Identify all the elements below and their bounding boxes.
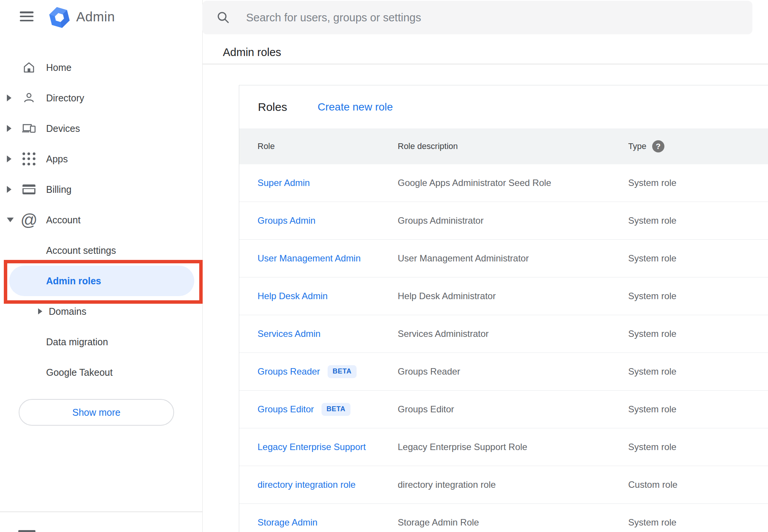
role-type: System role bbox=[628, 178, 677, 188]
hamburger-menu-icon[interactable] bbox=[20, 11, 34, 21]
expand-arrow-icon[interactable] bbox=[7, 125, 11, 132]
sidebar-item-label: Billing bbox=[46, 184, 72, 195]
role-type: System role bbox=[628, 328, 677, 339]
roles-card: Roles Create new role Role Role descript… bbox=[239, 85, 768, 532]
role-description: Storage Admin Role bbox=[398, 517, 479, 528]
expand-arrow-icon[interactable] bbox=[7, 95, 11, 101]
devices-icon bbox=[21, 122, 37, 135]
role-type: System role bbox=[628, 215, 677, 226]
sidebar-item-apps[interactable]: Apps bbox=[0, 144, 202, 174]
table-header-row: Role Role description Type ? bbox=[239, 128, 768, 164]
person-icon bbox=[21, 91, 37, 104]
role-type: Custom role bbox=[628, 479, 677, 490]
sidebar-item-billing[interactable]: Billing bbox=[0, 174, 202, 205]
role-description: User Management Administrator bbox=[398, 253, 529, 264]
credit-card-icon bbox=[21, 183, 37, 195]
partial-bottom-icon bbox=[18, 530, 35, 532]
role-description: Legacy Enterprise Support Role bbox=[398, 442, 527, 452]
sidebar-item-data-migration[interactable]: Data migration bbox=[0, 327, 202, 357]
sidebar-divider bbox=[0, 511, 202, 512]
search-placeholder: Search for users, groups or settings bbox=[246, 11, 421, 24]
role-type: System role bbox=[628, 366, 677, 377]
role-type: System role bbox=[628, 517, 677, 528]
sidebar-item-label: Google Takeout bbox=[46, 367, 113, 378]
table-row: Groups Admin Groups Administrator System… bbox=[239, 202, 768, 240]
sidebar-item-account[interactable]: @ Account bbox=[0, 205, 202, 235]
roles-card-header: Roles Create new role bbox=[239, 85, 768, 128]
role-type: System role bbox=[628, 291, 677, 301]
search-icon bbox=[216, 11, 230, 24]
role-description: Groups Editor bbox=[398, 404, 454, 415]
table-row: Legacy Enterprise Support Legacy Enterpr… bbox=[239, 428, 768, 466]
role-description: Groups Reader bbox=[398, 366, 460, 377]
role-link[interactable]: directory integration role bbox=[258, 479, 355, 490]
app-name: Admin bbox=[76, 9, 115, 24]
role-link[interactable]: Super Admin bbox=[258, 178, 310, 188]
column-header-type: Type ? bbox=[628, 140, 664, 152]
apps-grid-icon bbox=[21, 152, 37, 165]
column-header-role: Role bbox=[258, 141, 275, 151]
role-description: Help Desk Administrator bbox=[398, 291, 496, 301]
sidebar-item-label: Home bbox=[46, 62, 72, 73]
sidebar-item-account-settings[interactable]: Account settings bbox=[0, 235, 202, 266]
sidebar-item-home[interactable]: Home bbox=[0, 52, 202, 83]
role-link[interactable]: Legacy Enterprise Support bbox=[258, 442, 366, 452]
role-description: Groups Administrator bbox=[398, 215, 483, 226]
table-row: Services Admin Services Administrator Sy… bbox=[239, 315, 768, 353]
table-row: Help Desk Admin Help Desk Administrator … bbox=[239, 277, 768, 315]
sidebar-item-google-takeout[interactable]: Google Takeout bbox=[0, 357, 202, 388]
table-row: User Management Admin User Management Ad… bbox=[239, 240, 768, 277]
column-header-description: Role description bbox=[398, 141, 458, 151]
sidebar-item-label: Account settings bbox=[46, 245, 116, 256]
sidebar-item-label: Apps bbox=[46, 154, 68, 165]
role-type: System role bbox=[628, 253, 677, 264]
beta-badge: BETA bbox=[322, 403, 350, 416]
role-description: Google Apps Administrator Seed Role bbox=[398, 178, 551, 188]
home-icon bbox=[21, 61, 37, 74]
role-link[interactable]: Groups EditorBETA bbox=[258, 403, 350, 416]
role-link[interactable]: Help Desk Admin bbox=[258, 291, 328, 301]
table-row: Groups EditorBETA Groups Editor System r… bbox=[239, 391, 768, 428]
column-header-type-label: Type bbox=[628, 141, 646, 151]
at-sign-icon: @ bbox=[21, 212, 37, 228]
sidebar-nav: Home Directory Devices Apps bbox=[0, 52, 202, 388]
sidebar-item-label: Data migration bbox=[46, 337, 108, 348]
role-link[interactable]: User Management Admin bbox=[258, 253, 361, 264]
sidebar-item-label: Admin roles bbox=[46, 276, 101, 287]
header-divider bbox=[202, 64, 768, 64]
role-link[interactable]: Services Admin bbox=[258, 328, 320, 339]
table-row: Groups ReaderBETA Groups Reader System r… bbox=[239, 353, 768, 391]
role-type: System role bbox=[628, 442, 677, 452]
role-type: System role bbox=[628, 404, 677, 415]
role-link[interactable]: Groups Admin bbox=[258, 215, 315, 226]
role-link[interactable]: Groups ReaderBETA bbox=[258, 365, 357, 378]
selected-item-highlight bbox=[9, 266, 194, 296]
sidebar-item-domains[interactable]: Domains bbox=[0, 296, 202, 327]
sidebar-item-label: Directory bbox=[46, 93, 84, 104]
role-description: directory integration role bbox=[398, 479, 496, 490]
card-title: Roles bbox=[258, 101, 287, 114]
role-link[interactable]: Storage Admin bbox=[258, 517, 317, 528]
expand-arrow-icon[interactable] bbox=[7, 155, 11, 162]
create-new-role-link[interactable]: Create new role bbox=[318, 101, 393, 113]
admin-logo-icon bbox=[49, 6, 70, 29]
show-more-button[interactable]: Show more bbox=[19, 399, 174, 426]
page-title: Admin roles bbox=[223, 46, 281, 59]
sidebar: Admin Home Directory Devices bbox=[0, 0, 203, 532]
table-row: Super Admin Google Apps Administrator Se… bbox=[239, 164, 768, 202]
role-description: Services Administrator bbox=[398, 328, 489, 339]
table-row: directory integration role directory int… bbox=[239, 466, 768, 504]
expand-arrow-icon[interactable] bbox=[38, 308, 42, 314]
help-icon[interactable]: ? bbox=[652, 140, 664, 152]
sidebar-item-directory[interactable]: Directory bbox=[0, 83, 202, 113]
collapse-arrow-icon[interactable] bbox=[7, 218, 14, 222]
beta-badge: BETA bbox=[328, 365, 357, 378]
sidebar-item-admin-roles[interactable]: Admin roles bbox=[0, 266, 202, 296]
sidebar-item-label: Account bbox=[46, 215, 80, 226]
search-input[interactable]: Search for users, groups or settings bbox=[202, 1, 752, 34]
sidebar-item-devices[interactable]: Devices bbox=[0, 113, 202, 144]
sidebar-item-label: Domains bbox=[49, 306, 86, 317]
expand-arrow-icon[interactable] bbox=[7, 186, 11, 193]
table-row: Storage Admin Storage Admin Role System … bbox=[239, 504, 768, 532]
sidebar-item-label: Devices bbox=[46, 123, 80, 134]
